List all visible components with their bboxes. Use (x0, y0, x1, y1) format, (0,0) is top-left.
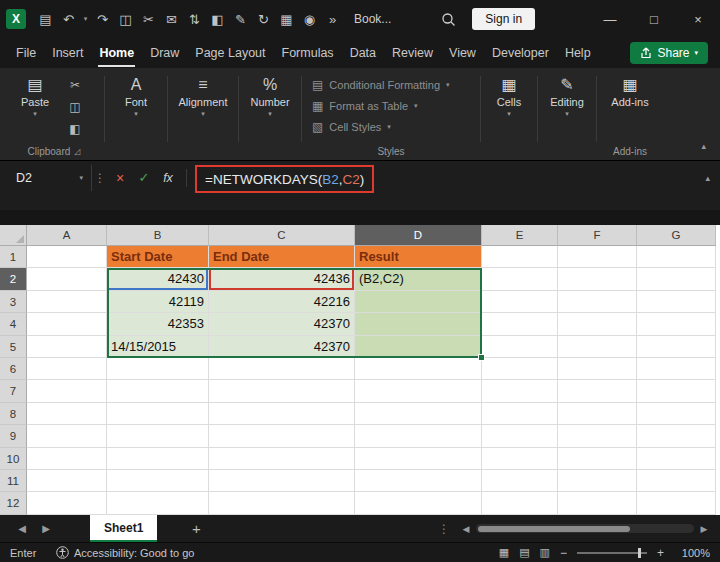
row-header-12[interactable]: 12 (0, 492, 27, 514)
cell-F8[interactable] (558, 403, 637, 425)
column-header-A[interactable]: A (27, 225, 107, 246)
insert-function-button[interactable]: fx (156, 165, 180, 191)
cell-A7[interactable] (27, 380, 107, 402)
add-ins-button[interactable]: ▦ Add-ins (601, 68, 659, 143)
cell-D11[interactable] (355, 470, 482, 492)
column-header-E[interactable]: E (482, 225, 558, 246)
undo-dropdown-icon[interactable]: ▾ (80, 15, 91, 23)
cell-F1[interactable] (558, 246, 637, 268)
zoom-level[interactable]: 100% (674, 547, 710, 559)
page-break-view-icon[interactable]: ▥ (540, 546, 550, 559)
sheet-nav-right-icon[interactable]: ▶ (34, 523, 58, 534)
cell-G11[interactable] (637, 470, 716, 492)
tab-formulas[interactable]: Formulas (274, 39, 342, 67)
cell-E5[interactable] (482, 336, 558, 358)
tab-home[interactable]: Home (91, 39, 142, 67)
cell-A3[interactable] (27, 291, 107, 313)
cell-E10[interactable] (482, 448, 558, 470)
format-as-table-button[interactable]: ▦ Format as Table ▾ (312, 99, 470, 113)
cell-G1[interactable] (637, 246, 716, 268)
cell-G4[interactable] (637, 313, 716, 335)
column-header-B[interactable]: B (107, 225, 209, 246)
cell-D10[interactable] (355, 448, 482, 470)
cell-A1[interactable] (27, 246, 107, 268)
format-painter-icon[interactable]: ◧ (206, 12, 229, 27)
cell-F5[interactable] (558, 336, 637, 358)
cell-G10[interactable] (637, 448, 716, 470)
formula-bar-handle[interactable]: ⋮ (92, 165, 108, 191)
column-header-F[interactable]: F (558, 225, 637, 246)
cell-E7[interactable] (482, 380, 558, 402)
cell-D2[interactable]: (B2,C2) (355, 268, 482, 290)
cell-C4[interactable]: 42370 (209, 313, 355, 335)
format-painter-icon[interactable]: ◧ (69, 122, 80, 136)
cell-F4[interactable] (558, 313, 637, 335)
cell-A12[interactable] (27, 492, 107, 514)
cell-E8[interactable] (482, 403, 558, 425)
cell-E4[interactable] (482, 313, 558, 335)
dialog-launcher-icon[interactable]: ◿ (74, 147, 80, 156)
cell-G3[interactable] (637, 291, 716, 313)
fill-handle[interactable] (478, 354, 485, 361)
cell-A8[interactable] (27, 403, 107, 425)
cell-D6[interactable] (355, 358, 482, 380)
cell-F6[interactable] (558, 358, 637, 380)
cell-styles-button[interactable]: ▧ Cell Styles ▾ (312, 120, 470, 134)
conditional-formatting-button[interactable]: ▤ Conditional Formatting ▾ (312, 78, 470, 92)
cell-B11[interactable] (107, 470, 209, 492)
cell-F12[interactable] (558, 492, 637, 514)
cell-D12[interactable] (355, 492, 482, 514)
cell-A9[interactable] (27, 425, 107, 447)
cell-C1[interactable]: End Date (209, 246, 355, 268)
accessibility-checker[interactable]: Accessibility: Good to go (56, 546, 194, 559)
cell-C3[interactable]: 42216 (209, 291, 355, 313)
cancel-button[interactable]: × (108, 165, 132, 191)
cell-F3[interactable] (558, 291, 637, 313)
enter-button[interactable]: ✓ (132, 165, 156, 191)
zoom-out-button[interactable]: − (560, 546, 567, 560)
formula-input[interactable]: =NETWORKDAYS(B2,C2) (195, 165, 374, 193)
cell-C12[interactable] (209, 492, 355, 514)
cell-C2[interactable]: 42436 (209, 268, 355, 290)
cells-button[interactable]: ▦ Cells ▾ (485, 68, 533, 143)
close-button[interactable]: × (676, 0, 720, 38)
cell-C11[interactable] (209, 470, 355, 492)
cell-D4[interactable] (355, 313, 482, 335)
row-header-1[interactable]: 1 (0, 246, 27, 268)
excel-logo-icon[interactable]: X (6, 9, 26, 29)
cell-F10[interactable] (558, 448, 637, 470)
cell-B2[interactable]: 42430 (107, 268, 209, 290)
cell-G12[interactable] (637, 492, 716, 514)
tab-review[interactable]: Review (384, 39, 441, 67)
rotate-icon[interactable]: ↻ (252, 12, 275, 27)
redo-icon[interactable]: ↷ (91, 12, 114, 27)
cell-D8[interactable] (355, 403, 482, 425)
copy-icon[interactable]: ◫ (114, 12, 137, 27)
cell-C9[interactable] (209, 425, 355, 447)
cell-F7[interactable] (558, 380, 637, 402)
tab-page-layout[interactable]: Page Layout (187, 39, 273, 67)
cell-E11[interactable] (482, 470, 558, 492)
cell-G9[interactable] (637, 425, 716, 447)
cell-G7[interactable] (637, 380, 716, 402)
paste-button[interactable]: ▤ Paste ▾ (8, 68, 62, 143)
collapse-ribbon-icon[interactable]: ▴ (701, 141, 706, 151)
row-header-11[interactable]: 11 (0, 470, 27, 492)
save-icon[interactable]: ▤ (34, 12, 57, 27)
cell-B7[interactable] (107, 380, 209, 402)
cell-B8[interactable] (107, 403, 209, 425)
cell-E12[interactable] (482, 492, 558, 514)
cell-D3[interactable] (355, 291, 482, 313)
column-header-G[interactable]: G (637, 225, 716, 246)
zoom-in-button[interactable]: + (657, 546, 664, 560)
table-icon[interactable]: ▦ (275, 12, 298, 27)
sign-in-button[interactable]: Sign in (472, 8, 535, 30)
page-layout-view-icon[interactable]: ▤ (519, 546, 529, 559)
cell-G8[interactable] (637, 403, 716, 425)
column-header-C[interactable]: C (209, 225, 355, 246)
row-header-2[interactable]: 2 (0, 268, 27, 290)
cell-A11[interactable] (27, 470, 107, 492)
tab-view[interactable]: View (441, 39, 484, 67)
cell-B12[interactable] (107, 492, 209, 514)
share-button[interactable]: Share ▾ (630, 42, 708, 64)
